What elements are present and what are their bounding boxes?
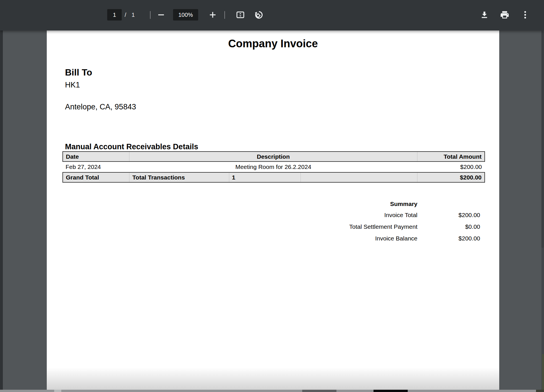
header-date: Date [63, 152, 129, 162]
toolbar-separator [224, 11, 225, 19]
download-icon [480, 10, 489, 19]
pdf-page: Company Invoice Bill To HK1 Antelope, CA… [47, 30, 499, 390]
fit-to-page-button[interactable] [234, 9, 247, 21]
minus-icon [157, 11, 165, 19]
summary-value: $200.00 [417, 232, 480, 244]
pdf-toolbar: 1 / 1 100% [0, 0, 544, 30]
desktop-edge-segment [302, 390, 336, 392]
desktop-edge-segment [54, 390, 61, 392]
invoice-title: Company Invoice [47, 38, 499, 50]
summary-row: Invoice Balance $200.00 [349, 232, 480, 244]
zoom-out-button[interactable] [155, 9, 167, 21]
summary-row: Total Settlement Payment $0.00 [349, 221, 480, 232]
zoom-level-display[interactable]: 100% [173, 9, 198, 21]
cell-date: Feb 27, 2024 [63, 162, 129, 172]
download-button[interactable] [478, 9, 491, 21]
summary-heading: Summary [349, 199, 480, 209]
viewer-left-edge [0, 30, 3, 390]
toolbar-separator [150, 11, 151, 19]
summary-label: Invoice Balance [375, 232, 417, 244]
footer-total-amount: $200.00 [417, 172, 485, 182]
header-total-amount: Total Amount [417, 152, 485, 162]
desktop-wallpaper-edge [542, 354, 544, 390]
print-button[interactable] [498, 9, 511, 21]
page-number-input[interactable]: 1 [107, 9, 122, 21]
cell-description: Meeting Room for 26.2.2024 [129, 162, 417, 172]
page-total-count: 1 [130, 9, 136, 21]
summary-label: Total Settlement Payment [349, 221, 417, 232]
fit-to-page-icon [235, 10, 245, 19]
page-divider: / [123, 9, 128, 21]
bill-to-name: HK1 [65, 81, 80, 89]
table-row: Feb 27, 2024 Meeting Room for 26.2.2024 … [63, 162, 485, 172]
footer-transactions-label: Total Transactions [129, 172, 229, 182]
footer-spacer [301, 172, 417, 182]
pdf-viewer-area: Company Invoice Bill To HK1 Antelope, CA… [0, 30, 544, 390]
zoom-in-button[interactable] [206, 9, 219, 21]
table-footer-row: Grand Total Total Transactions 1 $200.00 [63, 172, 485, 182]
plus-icon [208, 11, 217, 19]
scrollbar-track[interactable] [541, 30, 544, 390]
footer-transactions-count: 1 [229, 172, 301, 182]
bill-to-address: Antelope, CA, 95843 [65, 103, 136, 111]
receivables-table: Date Description Total Amount Feb 27, 20… [62, 151, 485, 183]
desktop-edge-segment [536, 390, 544, 392]
kebab-menu-icon [520, 10, 530, 20]
invoice-summary: Summary Invoice Total $200.00 Total Sett… [349, 199, 480, 244]
summary-label: Invoice Total [384, 209, 417, 221]
table-header-row: Date Description Total Amount [63, 152, 485, 162]
cell-amount: $200.00 [417, 162, 485, 172]
rotate-counterclockwise-button[interactable] [253, 9, 265, 21]
desktop-bottom-edge [0, 390, 544, 392]
print-icon [500, 10, 510, 20]
summary-value: $200.00 [417, 209, 480, 221]
bill-to-heading: Bill To [65, 67, 92, 78]
scrollbar-thumb[interactable] [541, 31, 544, 248]
receivables-heading: Manual Account Receivables Details [65, 142, 198, 151]
summary-row: Invoice Total $200.00 [349, 209, 480, 221]
more-options-button[interactable] [519, 9, 531, 21]
footer-grand-total-label: Grand Total [63, 172, 129, 182]
desktop-edge-segment [374, 390, 408, 392]
rotate-counterclockwise-icon [254, 10, 264, 20]
header-description: Description [129, 152, 417, 162]
pdf-viewer-window: { "toolbar": { "page_current": "1", "pag… [0, 0, 544, 392]
summary-value: $0.00 [417, 221, 480, 232]
